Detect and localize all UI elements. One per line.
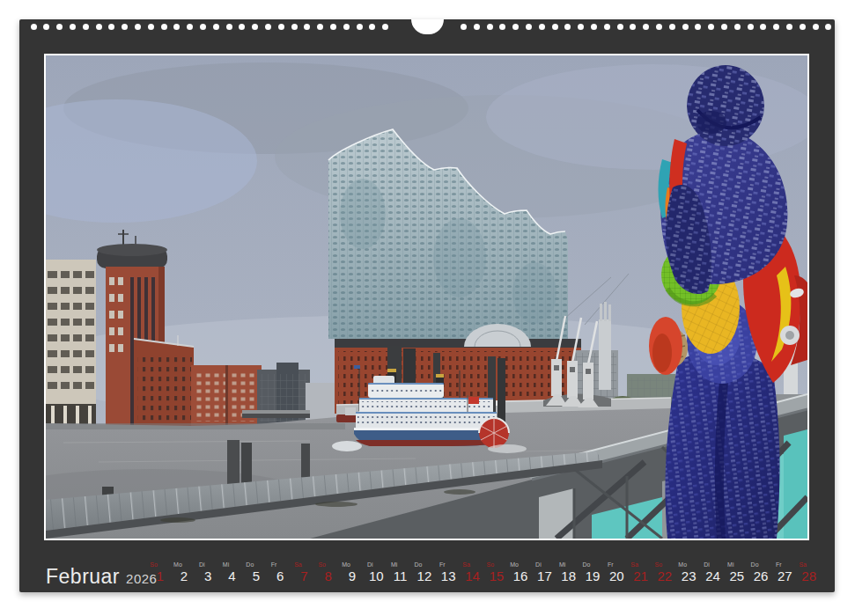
calendar-day-22: So22 (652, 561, 676, 583)
weekday-label: Di (704, 561, 710, 568)
weekday-label: Mo (342, 561, 350, 568)
binding-hole (382, 24, 388, 30)
calendar-day-20: Fr20 (605, 561, 629, 583)
day-number: 16 (513, 568, 528, 583)
calendar-day-4: Mi4 (220, 561, 244, 583)
binding-hole (96, 24, 102, 30)
day-number: 5 (253, 568, 260, 583)
calendar-day-13: Fr13 (437, 561, 461, 583)
weekday-label: Mo (173, 561, 182, 568)
calendar-day-25: Mi25 (725, 561, 748, 583)
binding-hole (173, 24, 180, 30)
weekday-label: Sa (630, 561, 638, 568)
calendar-day-27: Fr27 (773, 561, 797, 583)
day-number: 11 (394, 568, 408, 583)
calendar-day-16: Mo16 (508, 561, 532, 583)
day-number: 12 (417, 568, 432, 583)
binding-hole (108, 24, 114, 30)
calendar-day-1: So1 (148, 561, 172, 583)
calendar-day-26: Do26 (748, 561, 772, 583)
binding-hole (604, 24, 610, 30)
day-number: 13 (441, 568, 456, 583)
calendar-day-11: Mi11 (388, 561, 412, 583)
binding-hole (304, 24, 310, 30)
weekday-label: So (655, 561, 663, 568)
weekday-label: Mo (510, 561, 519, 568)
day-number: 14 (465, 568, 480, 583)
binding-hole (31, 24, 37, 30)
weekday-label: Mi (559, 561, 565, 568)
binding-hole (695, 24, 701, 30)
weekday-label: Sa (294, 561, 302, 568)
day-number: 9 (349, 568, 356, 583)
day-number: 1 (156, 568, 163, 583)
weekday-label: So (487, 561, 495, 568)
day-number: 2 (181, 568, 188, 583)
binding-hole (825, 24, 831, 30)
weekday-label: Mo (678, 561, 687, 568)
binding-hole (578, 24, 584, 30)
calendar-day-24: Di24 (701, 561, 725, 583)
calendar-day-23: Mo23 (677, 561, 701, 583)
binding-hole (643, 24, 649, 30)
weekday-label: Sa (799, 561, 807, 568)
weekday-label: Mi (727, 561, 733, 568)
binding-hole (278, 24, 284, 30)
binding-hole (213, 24, 219, 30)
binding-hole (461, 24, 467, 30)
calendar-day-7: Sa7 (292, 561, 316, 583)
day-number: 6 (276, 568, 284, 583)
binding-hole (265, 24, 271, 30)
binding-hole (135, 24, 141, 30)
calendar-day-19: Do19 (580, 561, 604, 583)
day-number: 10 (369, 568, 384, 583)
calendar-day-3: Di3 (196, 561, 220, 583)
binding-hole (682, 24, 689, 30)
day-number: 22 (658, 568, 673, 583)
binding-hole (291, 24, 298, 30)
binding-hole (512, 24, 519, 30)
weekday-label: Di (535, 561, 542, 568)
day-number: 3 (204, 568, 211, 583)
binding-hole (330, 24, 336, 30)
binding-hole (552, 24, 558, 30)
binding-hole (617, 24, 623, 30)
weekday-label: Di (199, 561, 205, 568)
binding-hole (656, 24, 662, 30)
binding-hole (148, 24, 154, 30)
binding-hole (487, 24, 493, 30)
binding-hole (83, 24, 89, 30)
binding-hole (187, 24, 193, 30)
month-title: Februar2026 (46, 565, 157, 589)
day-number: 28 (801, 568, 816, 583)
weekday-label: Sa (462, 561, 470, 568)
day-number: 24 (705, 568, 720, 583)
calendar-product-page: Februar2026 So1Mo2Di3Mi4Do5Fr6Sa7So8Mo9D… (0, 0, 855, 616)
binding-hole (800, 24, 806, 30)
days-row: So1Mo2Di3Mi4Do5Fr6Sa7So8Mo9Di10Mi11Do12F… (148, 561, 821, 583)
weekday-label: Mi (223, 561, 229, 568)
harbor-scene (46, 55, 807, 539)
calendar-day-15: So15 (484, 561, 508, 583)
weekday-label: Do (751, 561, 759, 568)
weekday-label: Fr (608, 561, 614, 568)
day-number: 21 (633, 568, 648, 583)
binding-hole (773, 24, 779, 30)
binding-hole (357, 24, 363, 30)
calendar-day-17: Di17 (533, 561, 556, 583)
binding-hole (200, 24, 206, 30)
weekday-label: Di (367, 561, 373, 568)
binding-hole (239, 24, 245, 30)
calendar-day-5: Do5 (244, 561, 268, 583)
binding-hole (721, 24, 727, 30)
weekday-label: Fr (776, 561, 782, 568)
day-number: 7 (300, 568, 307, 583)
binding-hole (748, 24, 754, 30)
calendar-day-28: Sa28 (797, 561, 821, 583)
binding-hole (161, 24, 167, 30)
calendar-day-18: Mi18 (556, 561, 580, 583)
calendar-day-12: Do12 (412, 561, 436, 583)
binding-hole (813, 24, 819, 30)
binding-hole (343, 24, 350, 30)
binding-hole (43, 24, 49, 30)
